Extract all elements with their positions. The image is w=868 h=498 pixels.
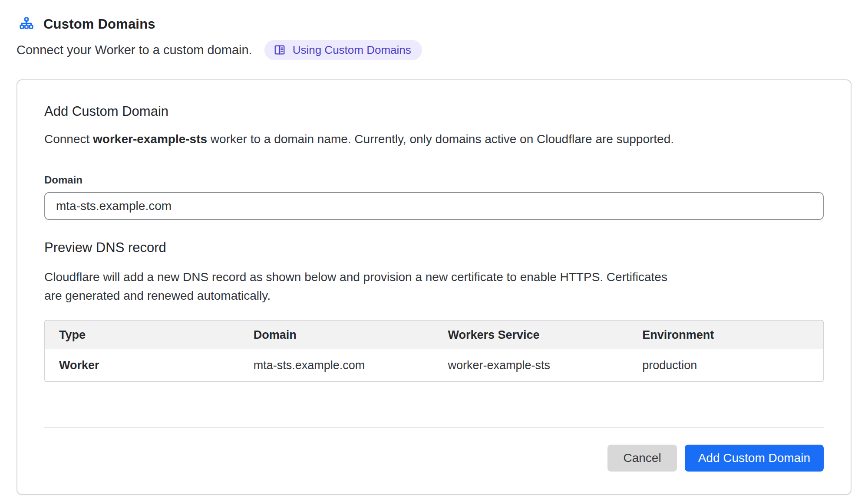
table-row: Worker mta-sts.example.com worker-exampl…	[45, 349, 823, 381]
footer-divider	[44, 427, 824, 428]
custom-domains-page: Custom Domains Connect your Worker to a …	[0, 0, 868, 495]
cancel-button[interactable]: Cancel	[607, 445, 677, 472]
sitemap-icon	[19, 17, 34, 32]
docs-link-label: Using Custom Domains	[293, 44, 411, 56]
preview-dns-heading: Preview DNS record	[44, 240, 824, 256]
cell-type: Worker	[45, 349, 240, 381]
dns-table-header-row: Type Domain Workers Service Environment	[45, 321, 823, 349]
dns-table-header: Type Domain Workers Service Environment	[45, 321, 823, 349]
column-header-domain: Domain	[240, 321, 434, 349]
open-book-icon	[273, 43, 286, 56]
page-title: Custom Domains	[43, 16, 155, 32]
intro-prefix: Connect	[44, 132, 93, 146]
domain-label: Domain	[44, 174, 824, 186]
dns-preview-table: Type Domain Workers Service Environment …	[44, 320, 824, 382]
cell-workers-service: worker-example-sts	[434, 349, 629, 381]
column-header-workers-service: Workers Service	[434, 321, 629, 349]
page-subtitle: Connect your Worker to a custom domain.	[17, 43, 252, 57]
page-header: Custom Domains	[17, 16, 851, 32]
cell-environment: production	[628, 349, 823, 381]
worker-name: worker-example-sts	[93, 132, 207, 146]
intro-suffix: worker to a domain name. Currently, only…	[207, 132, 674, 146]
card-intro: Connect worker-example-sts worker to a d…	[44, 132, 824, 146]
add-custom-domain-card: Add Custom Domain Connect worker-example…	[17, 79, 851, 495]
column-header-type: Type	[45, 321, 240, 349]
card-actions: Cancel Add Custom Domain	[44, 445, 824, 472]
page-subtitle-row: Connect your Worker to a custom domain. …	[17, 40, 851, 60]
card-heading: Add Custom Domain	[44, 104, 824, 119]
docs-link[interactable]: Using Custom Domains	[264, 40, 422, 60]
cell-domain: mta-sts.example.com	[240, 349, 434, 381]
add-custom-domain-button[interactable]: Add Custom Domain	[685, 445, 824, 472]
column-header-environment: Environment	[628, 321, 823, 349]
preview-dns-description: Cloudflare will add a new DNS record as …	[44, 268, 683, 305]
domain-input[interactable]	[44, 192, 824, 220]
